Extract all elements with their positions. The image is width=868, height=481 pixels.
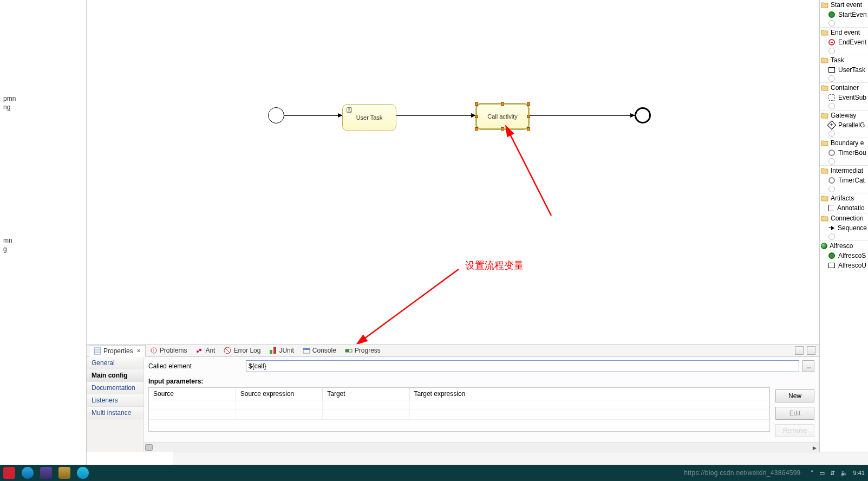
palette-item[interactable]: TimerCat xyxy=(820,176,868,185)
edit-button[interactable]: Edit xyxy=(775,407,814,420)
start-event-node[interactable] xyxy=(268,107,284,123)
system-tray[interactable]: https://blog.csdn.net/weixin_43864599 ˄ … xyxy=(684,469,868,477)
close-icon[interactable]: ✕ xyxy=(136,348,141,354)
resize-handle[interactable] xyxy=(475,115,478,118)
tab-error-log[interactable]: Error Log xyxy=(219,345,265,356)
col-source[interactable]: Source xyxy=(149,388,236,400)
browse-button[interactable]: ... xyxy=(802,360,814,372)
sidebar-item-documentation[interactable]: Documentation xyxy=(87,382,143,394)
taskbar-app[interactable] xyxy=(0,465,18,481)
file-item[interactable]: mn g xyxy=(3,236,83,253)
resize-handle[interactable] xyxy=(527,102,530,106)
palette-item[interactable]: ParallelG xyxy=(820,120,868,130)
sidebar-item-multi-instance[interactable]: Multi instance xyxy=(87,407,143,419)
palette-item[interactable]: AlfrescoU xyxy=(820,261,868,270)
palette-item-collapsed[interactable] xyxy=(820,233,868,240)
minimize-view-button[interactable] xyxy=(807,346,815,355)
project-explorer[interactable]: pmn ng mn g xyxy=(0,0,87,465)
input-parameters-table[interactable]: Source Source expression Target Target e… xyxy=(148,387,770,432)
tray-input-icon[interactable]: ▭ xyxy=(819,470,825,477)
palette-category[interactable]: Boundary e xyxy=(820,138,868,148)
palette-item-collapsed[interactable] xyxy=(820,130,868,138)
svg-rect-16 xyxy=(303,348,310,350)
col-source-expression[interactable]: Source expression xyxy=(236,388,322,400)
palette-category[interactable]: Gateway xyxy=(820,110,868,120)
resize-handle[interactable] xyxy=(501,127,504,131)
palette-item-label: EndEvent xyxy=(838,38,866,46)
new-button[interactable]: New xyxy=(775,389,814,402)
tray-volume-icon[interactable]: 🔈 xyxy=(840,470,848,477)
tab-junit[interactable]: JUnit xyxy=(265,345,298,356)
palette-category[interactable]: Start event xyxy=(820,0,868,10)
taskbar-app[interactable] xyxy=(74,465,92,481)
palette-item[interactable]: TimerBou xyxy=(820,148,868,158)
palette-category[interactable]: End event xyxy=(820,27,868,37)
bpmn-canvas[interactable]: User Task Call activity xyxy=(87,0,819,344)
table-row[interactable] xyxy=(149,400,769,410)
taskbar-app[interactable] xyxy=(37,465,55,481)
tab-problems[interactable]: ! Problems xyxy=(146,345,192,356)
palette-item[interactable]: AlfrescoS xyxy=(820,251,868,261)
palette-item[interactable]: EventSub xyxy=(820,93,868,102)
user-task-node[interactable]: User Task xyxy=(342,104,396,131)
file-item[interactable]: pmn ng xyxy=(3,94,83,112)
sidebar-item-general[interactable]: General xyxy=(87,357,143,369)
resize-handle[interactable] xyxy=(527,115,530,118)
palette-category[interactable]: Connection xyxy=(820,213,868,223)
scroll-right-icon[interactable]: ► xyxy=(811,444,819,452)
end-event-node[interactable] xyxy=(635,107,651,123)
annotation-icon xyxy=(828,205,834,211)
svg-point-10 xyxy=(199,349,202,352)
palette-category[interactable]: Intermediat xyxy=(820,165,868,176)
sequence-flow[interactable] xyxy=(284,115,342,116)
taskbar-app[interactable] xyxy=(18,465,37,481)
palette-item-collapsed[interactable] xyxy=(820,20,868,27)
taskbar-app[interactable] xyxy=(55,465,74,481)
tab-ant[interactable]: Ant xyxy=(191,345,219,356)
palette-item[interactable]: Sequence xyxy=(820,223,868,233)
resize-handle[interactable] xyxy=(527,127,530,131)
col-target[interactable]: Target xyxy=(323,388,409,400)
palette-item-collapsed[interactable] xyxy=(820,75,868,82)
sequence-flow[interactable] xyxy=(396,115,475,116)
resize-handle[interactable] xyxy=(501,102,504,106)
palette-item-label: StartEven xyxy=(838,11,867,18)
tab-properties[interactable]: Properties ✕ xyxy=(89,345,146,357)
horizontal-scrollbar[interactable]: ◄ ► xyxy=(144,443,819,452)
palette-category[interactable]: Task xyxy=(820,55,868,65)
palette-item-collapsed[interactable] xyxy=(820,158,868,165)
palette-panel[interactable]: Start eventStartEvenEnd eventEndEventTas… xyxy=(819,0,868,465)
palette-item-collapsed[interactable] xyxy=(820,102,868,110)
scroll-thumb[interactable] xyxy=(145,444,153,451)
palette-item[interactable]: EndEvent xyxy=(820,37,868,47)
palette-item-collapsed[interactable] xyxy=(820,185,868,193)
palette-item[interactable]: StartEven xyxy=(820,10,868,20)
palette-item[interactable]: Annotatio xyxy=(820,203,868,213)
palette-category[interactable]: Container xyxy=(820,82,868,93)
col-target-expression[interactable]: Target expression xyxy=(409,388,769,400)
palette-item-collapsed[interactable] xyxy=(820,47,868,55)
palette-item-label: AlfrescoS xyxy=(838,252,866,259)
called-element-input[interactable] xyxy=(246,360,799,372)
table-row[interactable] xyxy=(149,410,769,420)
tray-network-icon[interactable]: ⇵ xyxy=(830,470,835,477)
resize-handle[interactable] xyxy=(475,127,478,131)
sidebar-item-main-config[interactable]: Main config xyxy=(87,369,143,382)
tab-console[interactable]: Console xyxy=(298,345,341,356)
palette-category[interactable]: Artifacts xyxy=(820,193,868,203)
tray-chevron-icon[interactable]: ˄ xyxy=(811,470,814,477)
palette-item[interactable]: UserTask xyxy=(820,65,868,75)
sidebar-item-listeners[interactable]: Listeners xyxy=(87,394,143,407)
tab-progress[interactable]: Progress xyxy=(341,345,385,356)
resize-handle[interactable] xyxy=(475,102,478,106)
palette-item-label: Sequence xyxy=(838,224,867,232)
call-activity-node[interactable]: Call activity xyxy=(475,103,530,130)
remove-button[interactable]: Remove xyxy=(775,424,814,437)
os-taskbar[interactable]: https://blog.csdn.net/weixin_43864599 ˄ … xyxy=(0,465,868,481)
tray-clock[interactable]: 9:41 xyxy=(853,470,865,476)
called-element-label: Called element xyxy=(148,362,246,370)
task-icon xyxy=(828,263,835,268)
sequence-flow[interactable] xyxy=(530,115,635,116)
view-menu-button[interactable] xyxy=(795,346,804,355)
palette-category[interactable]: Alfresco xyxy=(820,240,868,251)
